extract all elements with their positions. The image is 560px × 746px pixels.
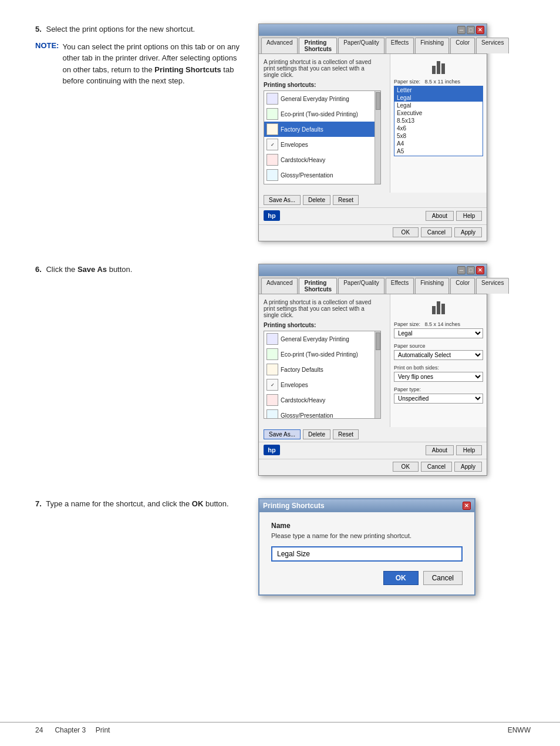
shortcuts-list: General Everyday Printing Eco-print (Two… (264, 90, 381, 184)
shortcut-item-envelopes[interactable]: ✓ Envelopes (264, 137, 380, 152)
shortcut-item-general[interactable]: General Everyday Printing (264, 91, 380, 106)
option-5x8[interactable]: 5x8 (394, 132, 483, 140)
tab2-services[interactable]: Services (476, 278, 509, 294)
shortcut2-glossy[interactable]: Glossy/Presentation (264, 408, 380, 419)
shortcut2-eco[interactable]: Eco-print (Two-sided Printing) (264, 347, 380, 362)
reset-button-2[interactable]: Reset (333, 429, 359, 439)
option-legal-selected[interactable]: Legal (394, 94, 483, 102)
note-label: NOTE: (35, 41, 59, 50)
save-as-button-1[interactable]: Save As... (264, 195, 301, 205)
shortcut-name-input[interactable] (271, 546, 463, 562)
about-button-2[interactable]: About (426, 445, 454, 455)
dialog-3-body: Name Please type a name for the new prin… (259, 512, 474, 594)
cancel-button-3[interactable]: Cancel (423, 571, 463, 585)
option-8513[interactable]: 8.5x13 (394, 117, 483, 125)
close-button-3[interactable]: ✕ (463, 502, 471, 510)
option-letter[interactable]: Letter (394, 86, 483, 94)
delete-button-1[interactable]: Delete (303, 195, 330, 205)
tab2-printing-shortcuts[interactable]: Printing Shortcuts (299, 278, 337, 294)
shortcut-icon-general (266, 93, 278, 105)
shortcut-item-glossy[interactable]: Glossy/Presentation (264, 167, 380, 183)
tab-advanced[interactable]: Advanced (261, 38, 298, 53)
apply-button-2[interactable]: Apply (454, 462, 482, 472)
dialog-2-desc: A printing shortcut is a collection of s… (264, 299, 381, 318)
option-4x6[interactable]: 4x6 (394, 125, 483, 132)
apply-button-1[interactable]: Apply (454, 227, 482, 237)
cancel-button-2[interactable]: Cancel (421, 462, 452, 472)
shortcut2-general[interactable]: General Everyday Printing (264, 331, 380, 347)
shortcut-label-eco: Eco-print (Two-sided Printing) (281, 111, 358, 117)
shortcut-label-glossy: Glossy/Presentation (281, 172, 333, 179)
shortcut2-label-glossy: Glossy/Presentation (281, 412, 333, 419)
shortcut2-icon-eco (266, 348, 278, 360)
shortcut2-envelopes[interactable]: ✓ Envelopes (264, 377, 380, 392)
flip-sides-select[interactable]: Very flip ones (394, 372, 483, 382)
reset-button-1[interactable]: Reset (333, 195, 359, 205)
shortcut-icon-eco (266, 108, 278, 120)
paper-size-select-2[interactable]: Legal (394, 328, 483, 338)
close-button[interactable]: ✕ (476, 26, 484, 34)
bar-3 (441, 63, 445, 74)
shortcut2-icon-envelopes: ✓ (266, 379, 278, 391)
dialog-2-tabs: Advanced Printing Shortcuts Paper/Qualit… (259, 276, 487, 294)
close-button-2[interactable]: ✕ (476, 266, 484, 274)
shortcut-item-eco[interactable]: Eco-print (Two-sided Printing) (264, 106, 380, 122)
tab2-advanced[interactable]: Advanced (261, 278, 298, 294)
step-5-right: ─ □ ✕ Advanced Printing Shortcuts Paper/… (258, 23, 531, 247)
step-6-heading: 6. Click the Save As button. (35, 264, 247, 275)
ok-button-2[interactable]: OK (393, 462, 419, 472)
about-button-1[interactable]: About (426, 211, 454, 221)
delete-button-2[interactable]: Delete (303, 429, 330, 439)
help-button-2[interactable]: Help (456, 445, 482, 455)
tab-effects[interactable]: Effects (386, 38, 414, 53)
paper-source-select[interactable]: Automatically Select (394, 350, 483, 360)
tab2-effects[interactable]: Effects (386, 278, 414, 294)
maximize-button-2[interactable]: □ (467, 266, 475, 274)
tab-finishing[interactable]: Finishing (415, 38, 449, 53)
paper-type-select[interactable]: Unspecified (394, 394, 483, 404)
shortcut-icon-envelopes: ✓ (266, 139, 278, 150)
cancel-button-1[interactable]: Cancel (421, 227, 452, 237)
scrollbar-2[interactable] (375, 331, 380, 418)
help-button-1[interactable]: Help (456, 211, 482, 221)
dialog-1-hp-row: hp About Help (259, 207, 487, 223)
option-a4[interactable]: A4 (394, 140, 483, 147)
flip-sides-label: Print on both sides: (394, 365, 483, 371)
scroll-thumb-2 (376, 332, 380, 350)
dialog-1-savebar: Save As... Delete Reset (259, 193, 487, 207)
ok-button-3[interactable]: OK (383, 571, 419, 585)
minimize-button-2[interactable]: ─ (457, 266, 465, 274)
shortcut-icon-factory (266, 123, 278, 135)
shortcut2-factory[interactable]: Factory Defaults (264, 362, 380, 377)
shortcut2-cardstock[interactable]: Cardstock/Heavy (264, 392, 380, 408)
dialog-2-titlebar: ─ □ ✕ (259, 264, 487, 276)
save-as-button-2[interactable]: Save As... (264, 429, 301, 439)
shortcut-item-factory[interactable]: Factory Defaults (264, 122, 380, 137)
shortcut2-label-eco: Eco-print (Two-sided Printing) (281, 351, 358, 358)
option-legal2[interactable]: Legal (394, 102, 483, 109)
minimize-button[interactable]: ─ (457, 26, 465, 34)
option-a5[interactable]: A5 (394, 147, 483, 155)
tab2-paperquality[interactable]: Paper/Quality (338, 278, 384, 294)
tab-services[interactable]: Services (476, 38, 509, 53)
option-executive[interactable]: Executive (394, 109, 483, 117)
shortcut-item-cardstock[interactable]: Cardstock/Heavy (264, 152, 380, 167)
scrollbar[interactable] (375, 91, 380, 184)
dialog-1-about-help: About Help (426, 211, 482, 221)
paper-size-dropdown-open[interactable]: Letter Legal Legal Executive 8.5x13 4x6 … (394, 86, 483, 156)
tab-paperquality[interactable]: Paper/Quality (338, 38, 384, 53)
tab-printing-shortcuts[interactable]: Printing Shortcuts (299, 38, 337, 53)
step-6-container: 6. Click the Save As button. ─ □ ✕ (35, 264, 531, 482)
maximize-button[interactable]: □ (467, 26, 475, 34)
dialog-3-section-label: Name (271, 522, 463, 530)
tab2-finishing[interactable]: Finishing (415, 278, 449, 294)
dialog-2-about-help: About Help (426, 445, 482, 455)
tab2-color[interactable]: Color (450, 278, 475, 294)
shortcut2-icon-cardstock (266, 394, 278, 406)
option-a6[interactable]: A6 (394, 155, 483, 156)
ok-button-1[interactable]: OK (393, 227, 419, 237)
tab-color[interactable]: Color (450, 38, 475, 53)
shortcut-label-factory: Factory Defaults (281, 126, 323, 133)
page-footer: 24 Chapter 3 Print ENWW (0, 722, 560, 734)
bar-2 (437, 61, 440, 74)
